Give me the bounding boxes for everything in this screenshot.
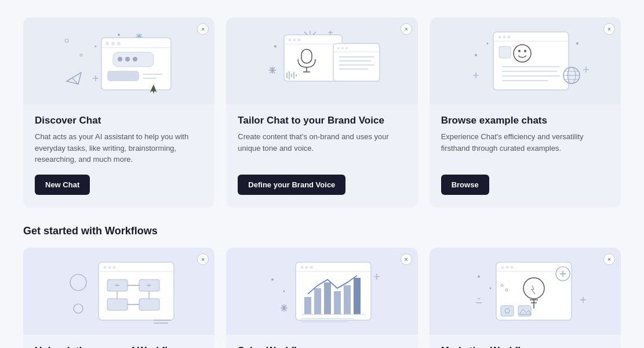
svg-point-13: [105, 42, 109, 45]
svg-rect-130: [324, 282, 331, 314]
card-illustration-example: ×: [430, 17, 621, 104]
svg-point-138: [489, 287, 491, 289]
svg-point-137: [478, 276, 480, 278]
svg-point-97: [108, 266, 111, 269]
svg-point-72: [503, 36, 505, 39]
svg-rect-82: [499, 46, 511, 58]
svg-rect-129: [314, 288, 321, 314]
card-brand-voice: ×: [226, 17, 417, 208]
svg-point-115: [271, 278, 274, 281]
new-chat-button[interactable]: New Chat: [35, 175, 90, 195]
card-illustration-brand: ×: [226, 17, 417, 104]
svg-point-144: [501, 266, 504, 269]
svg-point-33: [289, 39, 292, 42]
svg-point-126: [310, 266, 313, 269]
card-desc-example-chats: Experience Chat's efficiency and versati…: [441, 131, 609, 165]
workflow-cards-grid: ×: [23, 248, 621, 349]
svg-point-145: [505, 266, 508, 269]
svg-point-15: [117, 42, 121, 45]
svg-point-0: [65, 39, 68, 42]
card-desc-discover-chat: Chat acts as your AI assistant to help y…: [35, 131, 203, 165]
svg-point-19: [125, 57, 130, 61]
chat-cards-grid: ×: [23, 17, 621, 208]
card-title-unleash: Unleash the power of Workflows: [35, 345, 203, 349]
svg-point-77: [524, 50, 526, 52]
svg-point-6: [118, 34, 120, 36]
svg-rect-128: [304, 297, 311, 314]
svg-marker-24: [67, 72, 81, 84]
card-body-marketing: Marketing Workflows Harness our Marketin…: [430, 335, 621, 349]
svg-point-71: [498, 36, 501, 39]
svg-point-88: [70, 274, 86, 291]
svg-point-27: [274, 45, 276, 48]
svg-point-35: [298, 39, 301, 42]
svg-point-98: [113, 266, 116, 269]
svg-point-64: [486, 43, 488, 45]
svg-point-34: [293, 39, 296, 42]
card-illustration-unleash: ×: [23, 248, 214, 335]
card-illustration-chat: ×: [23, 17, 214, 104]
svg-point-14: [111, 42, 115, 45]
svg-point-116: [283, 290, 285, 292]
card-unleash-workflows: ×: [23, 248, 214, 349]
card-body-sales: Sales Workflows Use our sales-focused wo…: [226, 335, 417, 349]
card-title-marketing: Marketing Workflows: [441, 345, 609, 349]
close-button-chat[interactable]: ×: [197, 23, 209, 35]
svg-rect-107: [107, 299, 128, 310]
card-illustration-sales: ×: [226, 248, 417, 335]
svg-rect-131: [334, 291, 341, 314]
svg-point-63: [475, 54, 477, 56]
svg-rect-155: [501, 306, 514, 316]
svg-point-96: [104, 266, 107, 269]
close-button-sales[interactable]: ×: [401, 253, 412, 265]
svg-point-65: [576, 42, 578, 45]
svg-point-46: [337, 47, 340, 49]
card-discover-chat: ×: [23, 17, 214, 208]
card-title-discover-chat: Discover Chat: [35, 115, 203, 126]
browse-button[interactable]: Browse: [441, 175, 489, 195]
workflow-section-title: Get started with Workflows: [23, 225, 621, 237]
card-body-discover-chat: Discover Chat Chat acts as your AI assis…: [23, 104, 214, 208]
svg-point-47: [341, 47, 344, 49]
close-button-unleash[interactable]: ×: [197, 253, 209, 265]
svg-point-73: [507, 36, 510, 39]
card-illustration-marketing: ×: [430, 248, 621, 335]
svg-rect-21: [107, 71, 139, 81]
svg-point-18: [118, 57, 122, 61]
close-button-example[interactable]: ×: [603, 23, 615, 35]
card-title-example-chats: Browse example chats: [441, 115, 609, 126]
card-body-example-chats: Browse example chats Experience Chat's e…: [430, 104, 621, 208]
svg-point-114: [74, 304, 83, 313]
svg-rect-133: [354, 278, 361, 314]
svg-point-1: [80, 54, 82, 56]
svg-rect-132: [344, 285, 351, 314]
svg-point-76: [518, 50, 521, 52]
svg-rect-108: [139, 299, 159, 310]
card-example-chats: ×: [430, 17, 621, 208]
svg-point-125: [305, 266, 308, 269]
define-brand-voice-button[interactable]: Define your Brand Voice: [238, 175, 345, 195]
svg-point-146: [510, 266, 513, 269]
svg-rect-70: [493, 32, 569, 90]
card-title-sales: Sales Workflows: [238, 345, 406, 349]
svg-point-48: [345, 47, 348, 49]
svg-point-7: [95, 46, 97, 48]
card-desc-brand-voice: Create content that's on-brand and uses …: [238, 131, 406, 165]
svg-rect-45: [333, 44, 380, 81]
close-button-marketing[interactable]: ×: [603, 253, 615, 265]
workflow-section-heading: Get started with Workflows: [23, 225, 621, 237]
svg-point-20: [133, 57, 137, 61]
card-sales-workflows: ×: [226, 248, 417, 349]
card-marketing-workflows: ×: [430, 248, 621, 349]
close-button-brand[interactable]: ×: [401, 23, 412, 35]
card-body-unleash: Unleash the power of Workflows Install p…: [23, 335, 214, 349]
card-body-brand-voice: Tailor Chat to your Brand Voice Create c…: [226, 104, 417, 208]
svg-point-124: [301, 266, 304, 269]
card-title-brand-voice: Tailor Chat to your Brand Voice: [238, 115, 406, 126]
